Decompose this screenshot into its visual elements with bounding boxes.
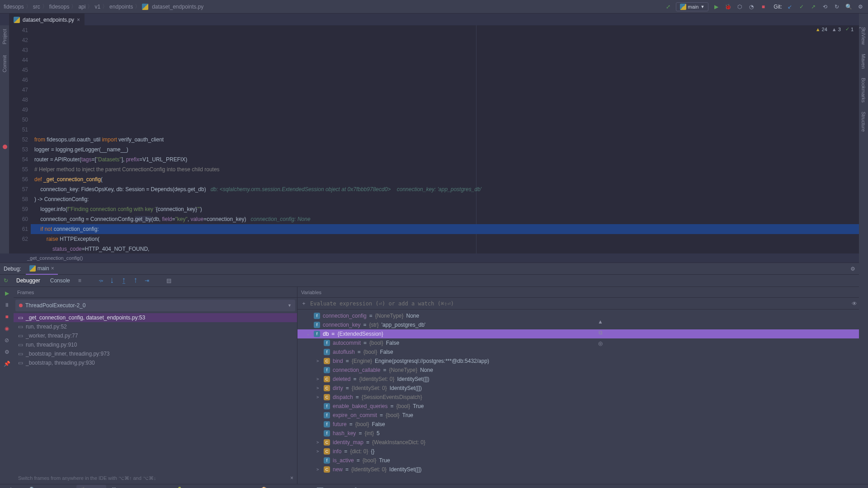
step-into-my-icon[interactable]: ⭡̲ [121,277,127,284]
tool-window-button[interactable]: 🐞Debug [76,485,106,488]
build-icon[interactable]: ⤢ [664,3,672,11]
thread-list-icon[interactable]: ≡ [78,277,81,284]
run-to-cursor-icon[interactable]: ⇥ [145,277,149,284]
breadcrumb-item[interactable]: fidesops [4,4,24,10]
tool-window-button[interactable]: Commit [1,53,8,74]
breadcrumb-item[interactable]: dataset_endpoints.py [152,4,203,10]
view-breakpoints-icon[interactable]: ◉ [3,325,10,332]
inspection-widget[interactable]: ▲24 ▲3 ✓1 ⌃⌄ [816,26,866,32]
variable-row[interactable]: fis_active = {bool} True [297,456,868,465]
profile-icon[interactable]: ◔ [747,3,755,11]
code-line[interactable]: ) -> ConnectionConfig: [31,194,868,204]
git-rollback-icon[interactable]: ↻ [833,3,841,11]
settings-icon[interactable]: ⚙ [3,348,10,356]
variable-row[interactable]: fconnection_key = {str} 'app_postgres_db… [297,320,868,329]
code-editor[interactable]: ▲24 ▲3 ✓1 ⌃⌄ 414243444546474849505152535… [9,25,868,253]
close-icon[interactable]: × [77,17,80,23]
variable-row[interactable]: fconnection_callable = {NoneType} None [297,366,868,375]
tool-window-button[interactable]: ⬡Services [350,485,382,488]
editor-tab[interactable]: dataset_endpoints.py × [9,14,85,25]
debugger-tab[interactable]: Debugger [14,277,42,284]
run-icon[interactable]: ▶ [712,3,720,11]
code-line[interactable]: router = APIRouter(tags=["Datasets"], pr… [31,155,868,164]
variable-row[interactable]: ⌄fdb = {ExtendedSession} [297,329,868,338]
expand-icon[interactable]: > [316,377,321,381]
expand-icon[interactable]: > [316,467,321,472]
code-line[interactable]: def _get_connection_config( [31,174,868,184]
debug-session-tab[interactable]: main × [26,263,58,275]
step-out-icon[interactable]: ⭡ [133,277,138,284]
variable-row[interactable]: >Cinfo = {dict: 0} {} [297,447,868,456]
tool-window-button[interactable]: 📦Python Packages [257,485,311,488]
tool-window-button[interactable]: Structure [861,112,866,132]
variable-row[interactable]: fhash_key = {int} 5 [297,429,868,438]
git-push-icon[interactable]: ↗ [809,3,817,11]
watch-options-icon[interactable]: 👁 [850,300,859,307]
expand-icon[interactable]: > [316,359,321,363]
tool-window-button[interactable]: ⊘Problems [138,485,172,488]
tool-window-button[interactable]: 🔍Find [26,485,51,488]
search-icon[interactable]: 🔍 [844,3,853,11]
breadcrumb-item[interactable]: fidesops [49,4,70,10]
tool-window-button[interactable]: 🐍Python Console [174,485,224,488]
git-history-icon[interactable]: ⟲ [821,3,829,11]
code-breadcrumb[interactable]: _get_connection_config() [0,253,868,263]
tool-window-button[interactable]: ⎇Git [3,485,24,488]
variable-row[interactable]: >Cdeleted = {IdentitySet: 0} IdentitySet… [297,375,868,384]
variable-row[interactable]: >Cdirty = {IdentitySet: 0} IdentitySet([… [297,384,868,393]
copy-icon[interactable]: ⧉ [595,329,606,336]
stack-frame[interactable]: ▭_get_connection_config, dataset_endpoin… [14,313,297,322]
breadcrumb-item[interactable]: src [33,4,40,10]
event-log-button[interactable]: ●Event Log [831,485,865,488]
inspect-icon[interactable]: ◎ [595,340,606,347]
code-line[interactable]: # Helper method to inject the parent Con… [31,164,868,174]
code-line[interactable]: logger.info(f"Finding connection config … [31,204,868,214]
git-commit-icon[interactable]: ✓ [797,3,806,11]
settings-icon[interactable]: ⚙ [856,3,864,11]
stop-icon[interactable]: ■ [3,313,10,320]
expand-icon[interactable]: > [316,449,321,454]
stack-frame[interactable]: ▭_worker, thread.py:77 [14,331,297,340]
variable-row[interactable]: >Cnew = {IdentitySet: 0} IdentitySet([]) [297,465,868,474]
code-line[interactable]: connection_key: FidesOpsKey, db: Session… [31,184,868,194]
navigate-up-icon[interactable]: ▲ [595,319,606,325]
evaluate-icon[interactable]: ▤ [166,277,171,284]
step-into-icon[interactable]: ⭣ [109,277,115,284]
variable-row[interactable]: fautoflush = {bool} False [297,347,868,357]
code-area[interactable]: from fidesops.util.oauth_util import ver… [31,25,868,253]
tool-window-button[interactable]: ◔Profiler [226,485,255,488]
pin-icon[interactable]: 📌 [3,360,10,367]
coverage-icon[interactable]: ⬡ [736,3,744,11]
tool-window-button[interactable]: Maven [861,54,866,69]
variable-row[interactable]: >Cdispatch = {SessionEventsDispatch} [297,393,868,402]
breakpoint-icon[interactable] [3,145,7,149]
variable-row[interactable]: fautocommit = {bool} False [297,338,868,347]
variable-row[interactable]: ffuture = {bool} False [297,420,868,429]
resume-icon[interactable]: ▶ [3,290,10,297]
tool-window-button[interactable]: Project [1,27,8,46]
run-config-select[interactable]: main ▼ [676,2,709,11]
code-line[interactable]: connection_config = ConnectionConfig.get… [31,214,868,224]
thread-selector[interactable]: ThreadPoolExecutor-2_0 ▼ [15,300,295,311]
mute-breakpoints-icon[interactable]: ⊘ [3,337,10,344]
expand-icon[interactable]: ⌄ [307,332,311,336]
variable-row[interactable]: fenable_baked_queries = {bool} True [297,402,868,411]
code-line[interactable]: if not connection_config: [31,224,868,234]
breadcrumb-item[interactable]: v1 [94,4,100,10]
code-line[interactable]: logger = logging.getLogger(__name__) [31,145,868,155]
tool-window-button[interactable]: ▶Run [52,485,74,488]
tool-window-button[interactable]: Bookmarks [861,78,866,103]
variable-row[interactable]: >Cbind = {Engine} Engine(postgresql://po… [297,357,868,366]
stack-frame[interactable]: ▭_bootstrap, threading.py:930 [14,358,297,367]
evaluate-input[interactable] [307,300,850,307]
stack-frame[interactable]: ▭run, threading.py:910 [14,340,297,349]
close-icon[interactable]: × [51,265,54,272]
code-line[interactable]: raise HTTPException( [31,234,868,244]
stop-icon[interactable]: ■ [759,3,767,11]
add-watch-icon[interactable]: + [300,300,307,307]
variable-row[interactable]: >Cidentity_map = {WeakInstanceDict: 0} [297,438,868,447]
console-tab[interactable]: Console [48,277,72,284]
code-line[interactable]: from fidesops.util.oauth_util import ver… [31,135,868,145]
breadcrumb-item[interactable]: api [78,4,85,10]
close-icon[interactable]: × [290,475,293,481]
